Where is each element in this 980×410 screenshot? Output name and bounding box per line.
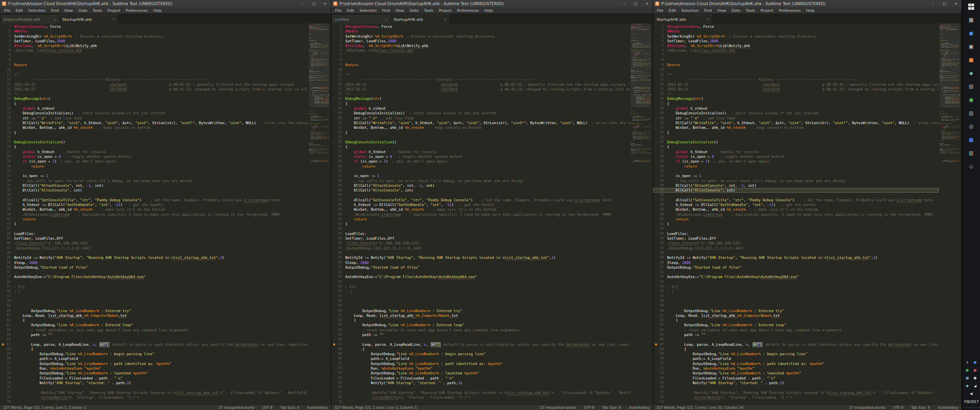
tab-StartupAHK.ahk[interactable]: StartupAHK.ahk× — [60, 14, 118, 23]
code-line-31[interactable]: 31 — [331, 169, 630, 173]
code-line-12[interactable]: 12 ---------------------------------- hi… — [0, 77, 308, 82]
code-line-74[interactable]: 74 FilesLoaded = FilesLoaded . path . "`… — [331, 376, 630, 381]
line-number[interactable]: 32 — [331, 173, 345, 178]
line-number[interactable]: 55 — [0, 284, 14, 289]
line-number[interactable]: 41 — [331, 217, 345, 222]
taskbar-clock[interactable]: 7/8/2017 — [962, 397, 980, 407]
line-number[interactable]: 44 — [0, 231, 14, 236]
line-number[interactable]: 9 — [653, 63, 667, 67]
line-number[interactable]: 17 — [653, 101, 667, 106]
code-line-63[interactable]: 63 OutputDebug,"Line %A_LineNumber% : En… — [331, 323, 630, 327]
code-line-32[interactable]: 32 is_open := 1 — [331, 173, 630, 178]
status-item[interactable]: AutoHotkey — [307, 406, 328, 410]
code-line-38[interactable]: 38 h_Stdout := DllCall("GetStdHandle", "… — [0, 202, 308, 207]
line-number[interactable]: 28 — [653, 154, 667, 159]
code-line-18[interactable]: 18 global h_stdout — [331, 106, 630, 111]
line-number[interactable]: 47 — [653, 246, 667, 251]
code-line-45[interactable]: 45SetTimer, LoadFiles,Off — [0, 236, 308, 241]
code-line-32[interactable]: 32 is_open := 1 — [0, 173, 308, 178]
volume-icon[interactable]: ◀ — [967, 390, 975, 397]
line-number[interactable]: 26 — [653, 144, 667, 149]
code-line-53[interactable]: 53AutoHotkeyExe:="C:\Program Files\AutoH… — [331, 275, 630, 279]
line-number[interactable]: 15 — [331, 92, 345, 96]
code-line-24[interactable]: 24 — [0, 135, 308, 140]
code-line-69[interactable]: 69 OutputDebug,"Line %A_LineNumber% : be… — [0, 352, 308, 356]
line-number[interactable]: 42 — [653, 222, 667, 226]
code-line-20[interactable]: 20 str := "`n" ; add line feed — [331, 116, 630, 121]
line-number[interactable]: 1 — [331, 24, 345, 29]
line-number[interactable]: 19 — [0, 111, 14, 116]
code-line-71[interactable]: 71 OutputDebug,"Line %A_LineNumber% : pa… — [331, 361, 630, 366]
close-button[interactable]: × — [319, 0, 331, 7]
code-line-60[interactable]: 60 OutputDebug,"Line %A_LineNumber% : En… — [0, 309, 308, 313]
code-line-19[interactable]: 19 DebugConsoleInitialize() ; start cons… — [331, 111, 630, 116]
code-line-48[interactable]: 48 — [0, 251, 308, 255]
line-number[interactable]: 23 — [0, 130, 14, 135]
taskbar-app-icon-3[interactable]: ▣ — [962, 40, 980, 53]
line-number[interactable]: 55 — [331, 284, 345, 289]
code-line-59[interactable]: 59 — [331, 303, 630, 308]
code-line-5[interactable]: 5#Include, %A_ScriptDir%\Lib\Notify.ahk — [653, 43, 939, 48]
line-number[interactable]: 79 — [331, 400, 345, 405]
line-number[interactable]: 31 — [653, 169, 667, 173]
code-line-33[interactable]: 33 ; two calls to open, no error check (… — [331, 179, 630, 183]
line-number[interactable]: 32 — [0, 173, 14, 178]
line-number[interactable]: 4 — [331, 39, 345, 43]
line-number[interactable]: 56 — [331, 289, 345, 294]
tab-StartupAHK.ahk[interactable]: StartupAHK.ahk× — [654, 14, 713, 23]
line-number[interactable]: 13 — [331, 82, 345, 87]
line-number[interactable]: 41 — [0, 217, 14, 222]
code-line-26[interactable]: 26{ — [653, 144, 939, 149]
taskbar-app-icon-11[interactable]: ▥ — [962, 146, 980, 160]
code-line-67[interactable]: 67 Loop, parse, A_LoopReadLine,`n, NOTE … — [0, 342, 308, 347]
code-pane[interactable]: 1#SingleInstance, Force2#NoEnv3SetWorkin… — [0, 23, 308, 405]
line-number[interactable]: 61 — [0, 313, 14, 318]
editor[interactable]: 1#SingleInstance, Force2#NoEnv3SetWorkin… — [0, 23, 331, 405]
code-line-13[interactable]: 132015-04-15 sheldonh @ 08:03:43 ; manua… — [331, 82, 630, 87]
code-line-64[interactable]: 64 ; reset variables in case next app do… — [331, 328, 630, 332]
code-line-68[interactable]: 68 { — [331, 347, 630, 352]
code-line-25[interactable]: 25DebugConsoleInitialize() — [653, 140, 939, 144]
code-line-22[interactable]: 22 WinSet, Bottom,, ahk_id %h_stout% ; k… — [331, 125, 630, 130]
line-number[interactable]: 24 — [331, 135, 345, 140]
line-number[interactable]: 30 — [331, 164, 345, 169]
line-number[interactable]: 21 — [653, 121, 667, 125]
code-line-25[interactable]: 25DebugConsoleInitialize() — [0, 140, 308, 144]
line-number[interactable]: 15 — [0, 92, 14, 96]
line-number[interactable]: 67 — [653, 342, 667, 347]
menu-find[interactable]: Find — [379, 7, 392, 14]
editor[interactable]: 1#SingleInstance, Force2#NoEnv3SetWorkin… — [653, 23, 962, 405]
code-line-58[interactable]: 58 — [653, 299, 939, 303]
code-line-43[interactable]: 43 — [0, 226, 308, 231]
line-number[interactable]: 46 — [653, 241, 667, 246]
line-number[interactable]: 41 — [653, 217, 667, 222]
line-number[interactable]: 27 — [653, 150, 667, 154]
line-number[interactable]: 39 — [331, 207, 345, 212]
maximize-button[interactable]: □ — [308, 0, 319, 7]
code-line-42[interactable]: 42} — [331, 222, 630, 226]
taskbar-app-icon-4[interactable]: ■ — [962, 53, 980, 67]
code-line-49[interactable]: 49NotifyId := Notify("AHK Startup", "Run… — [331, 255, 630, 260]
line-number[interactable]: 21 — [331, 121, 345, 125]
menu-goto[interactable]: Goto — [729, 7, 743, 14]
line-number[interactable]: 58 — [331, 299, 345, 303]
code-line-16[interactable]: 16DebugMessage(str) — [0, 96, 308, 101]
tray-icon-6[interactable]: ◆ — [964, 382, 971, 390]
line-number[interactable]: 19 — [653, 111, 667, 116]
tab-untitled[interactable]: untitled× — [332, 15, 391, 23]
line-number[interactable]: 45 — [0, 236, 14, 241]
line-number[interactable]: 59 — [653, 303, 667, 308]
titlebar[interactable]: S P:\sdrive\Amazon Cloud Drive\AHK\Start… — [331, 0, 653, 7]
code-line-60[interactable]: 60 OutputDebug,"Line %A_LineNumber% : En… — [653, 309, 939, 313]
line-number[interactable]: 8 — [653, 58, 667, 63]
code-line-40[interactable]: 40 ;WinActivate,Lightroom ; Application … — [331, 212, 630, 217]
menu-find[interactable]: Find — [701, 7, 714, 14]
line-number[interactable]: 47 — [0, 246, 14, 251]
line-number[interactable]: 11 — [331, 72, 345, 77]
line-number[interactable]: 18 — [653, 106, 667, 111]
line-number[interactable]: 16 — [0, 96, 14, 101]
code-line-4[interactable]: 4SetTimer, LoadFiles,1000 — [653, 39, 939, 43]
menu-help[interactable]: Help — [804, 7, 818, 14]
line-number[interactable]: 31 — [0, 169, 14, 173]
code-line-30[interactable]: 30 return — [653, 164, 939, 169]
